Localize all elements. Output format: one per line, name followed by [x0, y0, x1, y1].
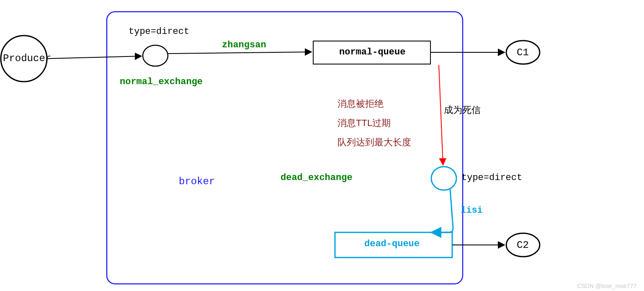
normal-exchange-name-label: normal_exchange — [120, 77, 203, 87]
dead-exchange-node — [431, 167, 456, 190]
dead-exchange-type-label: type=direct — [461, 173, 522, 183]
arrow-dead-exchange-to-dead-queue — [431, 189, 453, 232]
normal-queue-label: normal-queue — [339, 47, 405, 57]
consumer-c1-label: C1 — [517, 47, 529, 58]
become-dead-letter-label: 成为死信 — [444, 104, 481, 116]
normal-exchange-node — [143, 45, 168, 66]
watermark-text: CSDN @lose_rose777 — [577, 283, 636, 289]
routing-key-zhangsan: zhangsan — [222, 40, 266, 50]
arrow-producer-to-exchange — [47, 56, 142, 59]
routing-key-lisi: lisi — [461, 205, 483, 216]
arrow-exchange-to-queue — [168, 52, 312, 54]
producer-label: Producer — [3, 53, 51, 64]
dead-letter-reason-3: 队列达到最大长度 — [337, 136, 411, 149]
normal-exchange-type-label: type=direct — [129, 26, 189, 37]
dead-exchange-name-label: dead_exchange — [281, 173, 353, 183]
broker-label: broker — [179, 176, 215, 187]
dead-letter-reason-1: 消息被拒绝 — [337, 98, 384, 110]
diagram-canvas: Producer type=direct normal_exchange zha… — [0, 0, 644, 291]
dead-letter-reason-2: 消息TTL过期 — [337, 117, 391, 129]
arrow-queue-to-dead-exchange — [439, 65, 443, 165]
consumer-c2-label: C2 — [517, 239, 529, 251]
dead-queue-label: dead-queue — [364, 239, 420, 249]
diagram-svg — [0, 0, 644, 291]
